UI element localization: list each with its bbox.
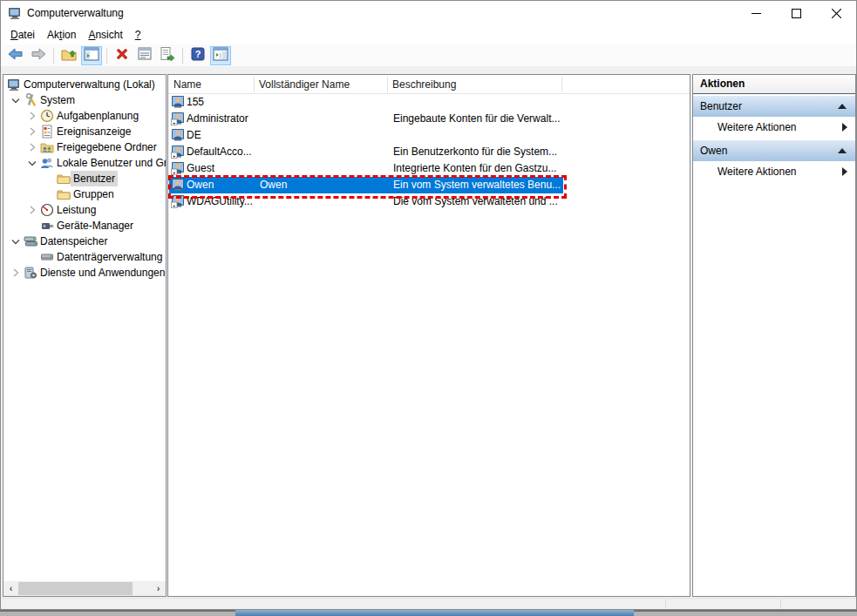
scroll-right-icon[interactable]: › [151, 581, 166, 596]
user-row-de[interactable]: DE [168, 127, 690, 144]
user-disabled-icon [171, 112, 185, 125]
column-divider[interactable] [387, 77, 388, 92]
window-title: Computerverwaltung [27, 7, 124, 19]
column-header-full-name[interactable]: Vollständiger Name [254, 75, 387, 94]
menu-item-hilfe[interactable]: ? [129, 26, 147, 44]
svg-text:?: ? [195, 49, 201, 59]
tree-item-computerverwaltung-lokal[interactable]: Computerverwaltung (Lokal) [3, 77, 166, 92]
action-pane-button[interactable] [210, 46, 231, 65]
computer-icon [7, 78, 21, 91]
action-section-owen: OwenWeitere Aktionen [693, 140, 855, 183]
toolbar-separator [182, 48, 183, 64]
tree-item-aufgabenplanung[interactable]: Aufgabenplanung [3, 108, 166, 124]
tree-item-ger-te-manager[interactable]: Geräte-Manager [3, 218, 166, 234]
user-list-panel: Name Vollständiger Name Beschreibung 155… [167, 74, 690, 597]
chevron-down-icon[interactable] [25, 156, 39, 170]
services-icon [24, 266, 37, 280]
tree-item-label: Datenträgerverwaltung [54, 249, 165, 265]
close-button[interactable] [816, 1, 856, 25]
shared-folders-icon [40, 140, 54, 154]
submenu-arrow-icon [842, 123, 847, 132]
action-item-weitere-aktionen[interactable]: Weitere Aktionen [693, 161, 855, 183]
tree-item-system[interactable]: System [3, 92, 166, 108]
column-header-name[interactable]: Name [168, 75, 254, 94]
collapse-icon[interactable] [838, 104, 847, 109]
column-divider[interactable] [561, 77, 562, 92]
device-manager-icon [40, 219, 54, 233]
chevron-right-icon[interactable] [25, 140, 39, 154]
menu-item-aktion[interactable]: Aktion [41, 26, 82, 44]
tree-item-gruppen[interactable]: Gruppen [3, 186, 166, 202]
tree-item-label: Lokale Benutzer und Gruppen [54, 155, 167, 171]
forward-button[interactable] [28, 46, 49, 65]
tree-item-datenspeicher[interactable]: Datenspeicher [3, 234, 166, 249]
up-folder-button[interactable] [58, 46, 79, 65]
taskbar-sliver [0, 610, 857, 616]
cell-name: 155 [187, 94, 253, 111]
chevron-down-icon[interactable] [9, 234, 23, 248]
properties-button[interactable] [134, 46, 155, 65]
cell-name: Guest [187, 160, 253, 177]
menubar: DateiAktionAnsicht? [1, 25, 856, 44]
collapse-icon[interactable] [838, 148, 847, 153]
user-row-administrator[interactable]: AdministratorEingebaute Konten für die V… [168, 111, 690, 127]
submenu-arrow-icon [842, 167, 847, 176]
chevron-right-icon[interactable] [9, 266, 23, 280]
actions-panel: Aktionen BenutzerWeitere AktionenOwenWei… [692, 74, 856, 597]
minimize-button[interactable] [736, 1, 776, 25]
tree-item-lokale-benutzer-und-gruppen[interactable]: Lokale Benutzer und Gruppen [3, 155, 166, 171]
actions-panel-title: Aktionen [693, 75, 855, 94]
app-icon [8, 6, 22, 20]
column-divider[interactable] [254, 77, 255, 92]
maximize-button[interactable] [776, 1, 816, 25]
console-tree-button[interactable] [81, 46, 102, 65]
tree-item-label: Leistung [54, 202, 99, 218]
chevron-down-icon[interactable] [9, 93, 23, 107]
cell-description: Eingebaute Konten für die Verwalt... [393, 111, 561, 127]
toolbar-separator [106, 48, 107, 64]
tree-item-leistung[interactable]: Leistung [3, 202, 166, 218]
back-icon [7, 45, 24, 65]
cell-name: Owen [187, 177, 253, 193]
tree-item-label: Dienste und Anwendungen [37, 265, 167, 281]
statusbar-divider [665, 599, 666, 608]
column-header-description[interactable]: Beschreibung [387, 75, 561, 94]
user-row-defaultacco[interactable]: DefaultAcco...Ein Benutzerkonto für die … [168, 144, 690, 160]
user-row-owen[interactable]: OwenOwenEin vom System verwaltetes Benu.… [168, 177, 690, 193]
user-icon [171, 128, 185, 142]
export-list-button[interactable] [157, 46, 178, 65]
user-disabled-icon [171, 194, 185, 208]
tree-item-dienste-und-anwendungen[interactable]: Dienste und Anwendungen [3, 265, 166, 281]
forward-icon [30, 45, 47, 65]
tree-item-freigegebene-ordner[interactable]: Freigegebene Ordner [3, 139, 166, 155]
chevron-right-icon[interactable] [25, 125, 39, 139]
tree-horizontal-scrollbar[interactable]: ‹ › [3, 581, 166, 596]
event-viewer-icon [40, 125, 54, 139]
task-scheduler-icon [40, 109, 54, 123]
delete-button[interactable] [112, 46, 133, 65]
user-row-guest[interactable]: GuestIntegrierte Konten für den Gastzu..… [168, 160, 690, 177]
tree-item-ereignisanzeige[interactable]: Ereignisanzeige [3, 124, 166, 139]
tree-item-benutzer[interactable]: Benutzer [3, 171, 166, 186]
help-button[interactable]: ? [187, 46, 208, 65]
disk-management-icon [40, 250, 54, 264]
scroll-left-icon[interactable]: ‹ [3, 581, 18, 596]
cell-description: Die vom System verwalteten und ... [393, 193, 561, 210]
action-section-header-owen[interactable]: Owen [693, 140, 855, 161]
local-users-icon [40, 156, 54, 170]
storage-icon [24, 234, 37, 248]
chevron-right-icon[interactable] [25, 109, 39, 123]
chevron-right-icon[interactable] [25, 203, 39, 217]
action-item-weitere-aktionen[interactable]: Weitere Aktionen [693, 117, 855, 139]
menu-item-datei[interactable]: Datei [4, 26, 41, 44]
cell-description: Integrierte Konten für den Gastzu... [393, 160, 561, 177]
tree-item-datentr-gerverwaltung[interactable]: Datenträgerverwaltung [3, 249, 166, 265]
back-button[interactable] [5, 46, 26, 65]
user-row-155[interactable]: 155 [168, 94, 690, 111]
menu-item-ansicht[interactable]: Ansicht [82, 26, 128, 44]
scrollbar-thumb[interactable] [18, 582, 133, 595]
user-icon [171, 178, 185, 192]
properties-icon [137, 46, 153, 64]
action-section-header-benutzer[interactable]: Benutzer [693, 96, 855, 117]
user-row-wdagutility[interactable]: WDAGUtility...Die vom System verwalteten… [168, 193, 690, 210]
